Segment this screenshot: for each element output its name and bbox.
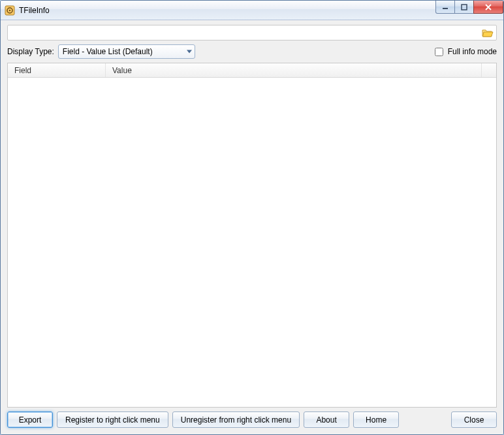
full-info-mode[interactable]: Full info mode [432,46,497,58]
column-spacer [482,63,496,77]
path-bar [7,25,497,40]
display-type-select[interactable]: Field - Value List (Default) [58,44,195,59]
path-input[interactable] [10,26,482,39]
column-value[interactable]: Value [106,63,482,77]
close-window-button[interactable] [473,1,503,14]
full-info-label: Full info mode [448,47,497,56]
svg-point-2 [9,9,10,10]
display-type-value: Field - Value List (Default) [63,47,153,56]
table-body [8,78,496,407]
register-button[interactable]: Register to right click menu [57,411,168,428]
close-button[interactable]: Close [451,411,497,428]
open-file-icon[interactable] [482,27,494,38]
export-button[interactable]: Export [7,411,53,428]
display-type-label: Display Type: [7,47,54,56]
client-area: Display Type: Field - Value List (Defaul… [1,20,503,434]
chevron-down-icon [187,50,192,54]
title-bar: TFileInfo [1,1,503,20]
window-title: TFileInfo [19,6,50,15]
full-info-checkbox[interactable] [435,48,443,56]
minimize-button[interactable] [435,1,455,14]
column-field[interactable]: Field [8,63,106,77]
home-button[interactable]: Home [353,411,399,428]
about-button[interactable]: About [304,411,349,428]
window-controls [436,1,503,14]
window-frame: TFileInfo Display Type: [0,0,504,435]
unregister-button[interactable]: Unregister from right click menu [172,411,300,428]
app-icon [5,5,15,16]
maximize-button[interactable] [454,1,474,14]
svg-rect-4 [462,5,467,10]
data-table: Field Value [7,63,497,408]
options-bar: Display Type: Field - Value List (Defaul… [7,44,497,59]
footer-bar: Export Register to right click menu Unre… [7,411,497,428]
svg-rect-3 [443,8,448,9]
table-header: Field Value [8,63,496,78]
